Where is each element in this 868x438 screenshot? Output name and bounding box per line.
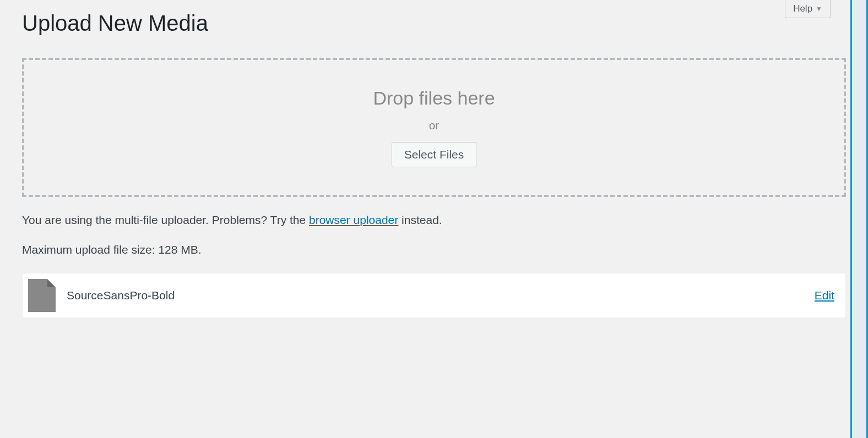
file-name: SourceSansPro-Bold <box>67 289 815 302</box>
page-title: Upload New Media <box>22 11 846 36</box>
max-upload-size-text: Maximum upload file size: 128 MB. <box>22 243 846 256</box>
select-files-button[interactable]: Select Files <box>392 142 477 167</box>
file-icon <box>28 279 56 312</box>
uploaded-file-row: SourceSansPro-Bold Edit <box>22 273 846 318</box>
help-tab[interactable]: Help ▼ <box>785 0 831 18</box>
upload-dropzone[interactable]: Drop files here or Select Files <box>22 58 846 197</box>
file-edit-link[interactable]: Edit <box>815 289 834 302</box>
help-tab-label: Help <box>793 3 812 14</box>
dropzone-or-text: or <box>35 119 833 132</box>
dropzone-drop-text: Drop files here <box>35 87 833 109</box>
chevron-down-icon: ▼ <box>816 5 822 13</box>
uploader-info-text: You are using the multi-file uploader. P… <box>22 213 846 227</box>
browser-uploader-link[interactable]: browser uploader <box>309 213 398 226</box>
